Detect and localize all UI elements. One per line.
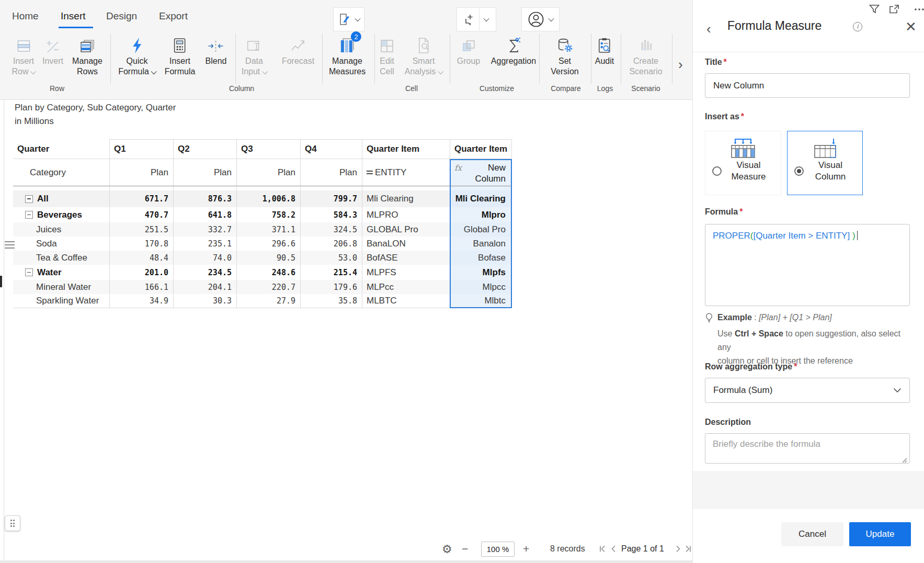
row-label[interactable]: Juices (13, 222, 109, 237)
grid-cell[interactable]: MLPFS (362, 265, 450, 280)
collapse-toggle-icon[interactable] (25, 195, 33, 203)
col-header-q3[interactable]: Q3 (236, 139, 300, 159)
grid-cell[interactable]: 324.5 (300, 222, 362, 237)
grid-cell[interactable]: 53.0 (300, 251, 362, 265)
row-label[interactable]: Tea & Coffee (13, 251, 109, 265)
edit-cell-button[interactable]: Edit Cell (379, 35, 395, 77)
user-menu-dropdown[interactable] (521, 7, 560, 31)
settings-gear-icon[interactable]: ⚙ (442, 540, 452, 558)
new-column-cell[interactable]: Mlpcc (450, 280, 512, 294)
create-scenario-button[interactable]: Create Scenario (629, 35, 662, 77)
row-drag-handle-icon[interactable] (5, 241, 15, 249)
row-label[interactable]: Water (13, 265, 109, 280)
radio-selected-icon[interactable] (794, 166, 804, 176)
insert-formula-button[interactable]: Insert Formula (165, 35, 196, 77)
cancel-button[interactable]: Cancel (781, 522, 843, 546)
col-header-quarter-item-new[interactable]: Quarter Item (450, 139, 512, 159)
subheader-plan-q3[interactable]: Plan (236, 159, 300, 186)
grid-row-all[interactable]: All 671.7 876.3 1,006.8 799.7 Mli Cleari… (13, 190, 513, 207)
insert-row-button[interactable]: Insert Row (12, 35, 35, 77)
grid-row-soda[interactable]: Soda 170.8 235.1 296.6 206.8 BanaLON Ban… (13, 237, 513, 251)
col-header-q2[interactable]: Q2 (173, 139, 236, 159)
more-options-icon[interactable] (914, 7, 924, 12)
grid-cell[interactable]: 30.3 (173, 294, 236, 308)
previous-page-button[interactable] (610, 540, 617, 558)
col-header-quarter[interactable]: Quarter (13, 139, 109, 159)
filter-icon[interactable] (869, 4, 880, 15)
grid-cell[interactable]: 235.1 (173, 237, 236, 251)
group-button[interactable]: Group (457, 35, 480, 66)
grid-cell[interactable]: GLOBAL Pro (362, 222, 450, 237)
grid-cell[interactable]: 201.0 (109, 265, 173, 280)
grid-cell[interactable]: 251.5 (109, 222, 173, 237)
grid-cell[interactable]: 332.7 (173, 222, 236, 237)
edit-view-dropdown[interactable] (333, 7, 364, 31)
data-input-button[interactable]: Data Input (242, 35, 267, 77)
new-column-cell[interactable]: Global Pro (450, 222, 512, 237)
new-column-cell[interactable]: Banalon (450, 237, 512, 251)
col-header-quarter-item[interactable]: Quarter Item (362, 139, 450, 159)
zoom-in-button[interactable]: + (523, 540, 529, 558)
info-icon[interactable]: i (853, 21, 862, 31)
grid-cell[interactable]: 206.8 (300, 237, 362, 251)
aggregation-type-select[interactable]: Formula (Sum) (705, 378, 910, 403)
grid-cell[interactable]: 35.8 (300, 294, 362, 308)
scroll-indicator-bar[interactable] (0, 276, 2, 287)
new-column-cell[interactable]: Bofase (450, 251, 512, 265)
smart-analysis-button[interactable]: Smart Analysis (405, 35, 443, 77)
grid-cell[interactable]: 799.7 (300, 190, 362, 207)
subheader-plan-q2[interactable]: Plan (173, 159, 236, 186)
aggregation-button[interactable]: Aggregation (491, 35, 536, 66)
grid-cell[interactable]: 584.3 (300, 207, 362, 222)
audit-button[interactable]: Audit (595, 35, 614, 66)
subheader-plan-q1[interactable]: Plan (109, 159, 173, 186)
grid-cell[interactable]: 166.1 (109, 280, 173, 294)
last-page-button[interactable] (684, 540, 692, 558)
grid-drag-handle[interactable] (5, 515, 20, 531)
tab-home[interactable]: Home (12, 10, 39, 22)
subheader-category[interactable]: Category (13, 159, 109, 186)
grid-cell[interactable]: Mli Clearing (362, 190, 450, 207)
forecast-button[interactable]: Forecast (282, 35, 314, 66)
next-page-button[interactable] (675, 540, 682, 558)
blend-button[interactable]: Blend (206, 35, 227, 66)
subheader-entity[interactable]: ENTITY (362, 159, 450, 186)
row-label[interactable]: Soda (13, 237, 109, 251)
grid-cell[interactable]: 470.7 (109, 207, 173, 222)
grid-cell[interactable]: 876.3 (173, 190, 236, 207)
close-icon[interactable]: ✕ (905, 19, 917, 35)
grid-cell[interactable]: MLPcc (362, 280, 450, 294)
row-label[interactable]: Beverages (13, 207, 109, 222)
description-textarea[interactable] (705, 433, 910, 464)
grid-row-mineral-water[interactable]: Mineral Water 166.1 204.1 220.7 179.6 ML… (13, 280, 513, 294)
option-visual-column[interactable]: Visual Column (787, 131, 863, 195)
row-label[interactable]: Sparkling Water (13, 294, 109, 308)
set-version-button[interactable]: Set Version (551, 35, 578, 77)
row-label[interactable]: All (13, 190, 109, 207)
grid-cell[interactable]: 170.8 (109, 237, 173, 251)
grid-cell[interactable]: MLPRO (362, 207, 450, 222)
tab-insert[interactable]: Insert (61, 10, 86, 22)
grid-row-juices[interactable]: Juices 251.5 332.7 371.1 324.5 GLOBAL Pr… (13, 222, 513, 237)
ribbon-expand-chevron[interactable]: › (678, 57, 683, 73)
grid-cell[interactable]: 215.4 (300, 265, 362, 280)
col-header-q1[interactable]: Q1 (109, 139, 173, 159)
title-input[interactable] (705, 73, 910, 98)
new-column-cell[interactable]: Mli Clearing (450, 190, 512, 207)
manage-measures-button[interactable]: 2 Manage Measures (329, 35, 366, 77)
grid-cell[interactable]: 27.9 (236, 294, 300, 308)
grid-row-beverages[interactable]: Beverages 470.7 641.8 758.2 584.3 MLPRO … (13, 207, 513, 222)
grid-cell[interactable]: 179.6 (300, 280, 362, 294)
grid-cell[interactable]: 641.8 (173, 207, 236, 222)
quick-formula-button[interactable]: Quick Formula (118, 35, 156, 77)
grid-cell[interactable]: 48.4 (109, 251, 173, 265)
grid-cell[interactable]: 296.6 (236, 237, 300, 251)
grid-cell[interactable]: 758.2 (236, 207, 300, 222)
tab-design[interactable]: Design (106, 10, 137, 22)
grid-cell[interactable]: 34.9 (109, 294, 173, 308)
grid-cell[interactable]: 1,006.8 (236, 190, 300, 207)
grid-cell[interactable]: 204.1 (173, 280, 236, 294)
grid-cell[interactable]: MLBTC (362, 294, 450, 308)
zoom-level-input[interactable]: 100 % (481, 540, 515, 558)
radio-unselected-icon[interactable] (712, 166, 722, 176)
